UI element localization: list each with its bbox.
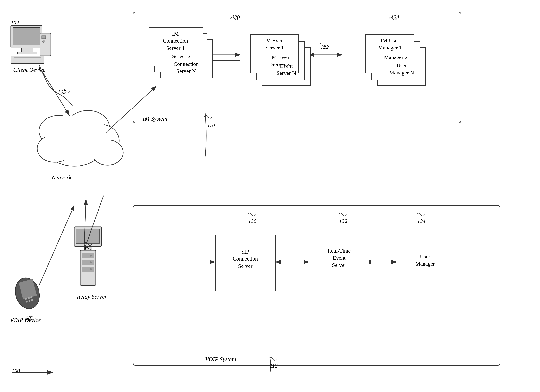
realtime-event-server-label: Real-Time Event Server (311, 247, 367, 269)
svg-rect-35 (74, 227, 102, 246)
voip-system-label: VOIP System (205, 356, 236, 362)
svg-rect-29 (82, 253, 94, 258)
voip-device-label: VOIP Device (6, 317, 45, 323)
svg-rect-21 (18, 279, 37, 300)
im-connection-server-2-label: Server 2 (156, 53, 206, 60)
ref-102: 102 (11, 20, 19, 26)
ref-105: 105 (58, 89, 66, 95)
ref-134: 134 (417, 218, 425, 224)
svg-point-15 (37, 135, 72, 162)
im-system-label: IM System (143, 115, 167, 122)
ref-110: 110 (207, 122, 215, 128)
user-manager-label: User Manager (399, 253, 451, 267)
ref-131: 131 (84, 245, 92, 252)
svg-point-19 (63, 117, 110, 156)
relay-server-label: Relay Server (76, 293, 107, 300)
diagram-container: IM System IM Connection Server 1 Server … (0, 0, 540, 392)
svg-point-25 (25, 300, 28, 303)
sip-connection-server-label: SIP Connection Server (217, 248, 274, 270)
svg-rect-4 (11, 56, 44, 64)
network-label: Network (42, 174, 81, 181)
client-device-label: Client Device (10, 66, 49, 73)
svg-rect-28 (80, 250, 96, 286)
im-user-manager-1-label: IM User Manager 1 (366, 37, 413, 51)
im-user-manager-2-label: Manager 2 (372, 54, 419, 61)
svg-point-11 (43, 119, 105, 166)
svg-rect-36 (76, 229, 100, 243)
svg-point-12 (39, 115, 78, 147)
im-event-server-1-label: IM Event Server 1 (251, 37, 298, 51)
svg-rect-3 (18, 52, 37, 54)
svg-point-22 (25, 297, 27, 300)
svg-rect-9 (42, 35, 45, 39)
ref-132: 132 (339, 218, 347, 224)
svg-point-26 (28, 300, 30, 302)
im-user-manager-n-label: User Manager N (378, 62, 425, 76)
svg-point-10 (42, 40, 45, 43)
svg-point-14 (80, 124, 119, 157)
svg-rect-2 (21, 48, 33, 52)
svg-point-33 (90, 261, 92, 263)
ref-122: 122 (320, 44, 329, 50)
ref-112: 112 (270, 363, 278, 369)
svg-point-23 (27, 297, 30, 299)
svg-point-16 (92, 140, 123, 165)
svg-point-17 (49, 119, 107, 162)
svg-rect-0 (11, 25, 42, 48)
svg-rect-31 (82, 267, 94, 272)
svg-line-42 (84, 196, 104, 250)
im-connection-server-n-label: Connection Server N (160, 60, 212, 75)
svg-rect-30 (82, 260, 94, 265)
ref-100-arrow (10, 366, 59, 377)
ref-124: 124 (391, 14, 399, 20)
svg-point-18 (45, 115, 96, 155)
svg-point-24 (30, 296, 33, 298)
svg-point-27 (31, 299, 33, 301)
svg-line-44 (39, 205, 74, 286)
im-connection-server-1-label: IM Connection Server 1 (150, 30, 200, 52)
svg-point-13 (66, 111, 110, 144)
svg-point-34 (90, 268, 92, 270)
svg-line-43 (84, 199, 86, 250)
im-event-server-n-label: Event Server N (263, 63, 310, 77)
svg-rect-8 (40, 33, 51, 56)
ref-130: 130 (248, 218, 256, 224)
svg-rect-1 (13, 27, 40, 45)
ref-120: 120 (232, 14, 240, 20)
svg-point-32 (90, 255, 92, 256)
svg-point-20 (12, 275, 43, 312)
